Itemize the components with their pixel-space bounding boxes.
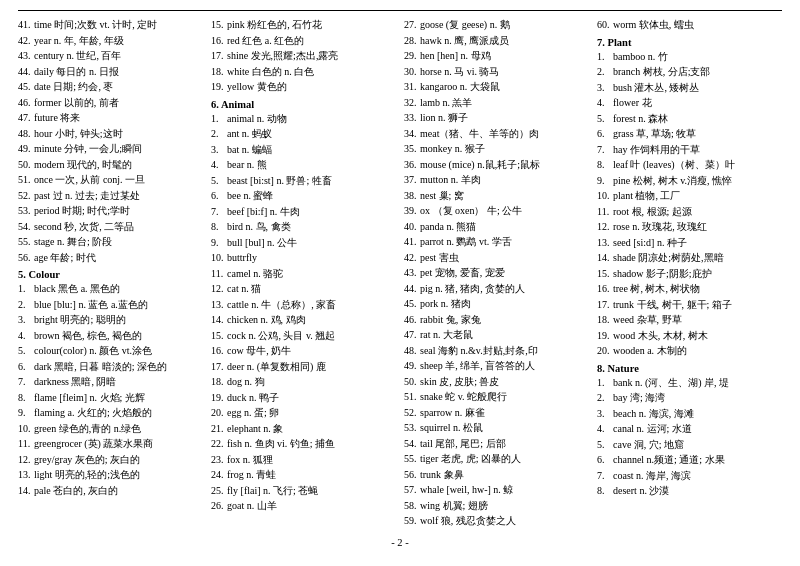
- entry-text: lion n. 狮子: [420, 110, 589, 126]
- list-item: 52.sparrow n. 麻雀: [404, 405, 589, 421]
- entry-num: 2.: [597, 390, 613, 406]
- entry-text: bright 明亮的; 聪明的: [34, 312, 203, 328]
- entry-text: brown 褐色, 棕色, 褐色的: [34, 328, 203, 344]
- entry-num: 44.: [18, 64, 34, 80]
- entry-num: 57.: [404, 482, 420, 498]
- entry-num: 2.: [597, 64, 613, 80]
- list-item: 3.bright 明亮的; 聪明的: [18, 312, 203, 328]
- entry-num: 54.: [18, 219, 34, 235]
- list-item: 19.duck n. 鸭子: [211, 390, 396, 406]
- entry-num: 34.: [404, 126, 420, 142]
- entry-text: canal n. 运河; 水道: [613, 421, 782, 437]
- entry-num: 4.: [597, 421, 613, 437]
- section-title: 7. Plant: [597, 37, 782, 48]
- entry-text: dark 黑暗, 日暮 暗淡的; 深色的: [34, 359, 203, 375]
- entry-num: 19.: [211, 390, 227, 406]
- entry-num: 49.: [18, 141, 34, 157]
- list-item: 45.pork n. 猪肉: [404, 296, 589, 312]
- entry-text: tree 树, 树木, 树状物: [613, 281, 782, 297]
- entry-num: 9.: [597, 173, 613, 189]
- entry-num: 55.: [18, 234, 34, 250]
- entry-text: shade 阴凉处;树荫处,黑暗: [613, 250, 782, 266]
- list-item: 53.squirrel n. 松鼠: [404, 420, 589, 436]
- entry-text: cattle n. 牛（总称）, 家畜: [227, 297, 396, 313]
- entry-num: 48.: [18, 126, 34, 142]
- entry-text: pork n. 猪肉: [420, 296, 589, 312]
- list-item: 26.goat n. 山羊: [211, 498, 396, 514]
- entry-text: panda n. 熊猫: [420, 219, 589, 235]
- entry-num: 1.: [597, 49, 613, 65]
- entry-num: 11.: [18, 436, 34, 452]
- entry-num: 3.: [597, 80, 613, 96]
- entry-text: greengrocer (英) 蔬菜水果商: [34, 436, 203, 452]
- list-item: 8.bird n. 鸟, 禽类: [211, 219, 396, 235]
- entry-text: bat n. 蝙蝠: [227, 142, 396, 158]
- list-item: 18.dog n. 狗: [211, 374, 396, 390]
- entry-text: beach n. 海滨, 海滩: [613, 406, 782, 422]
- list-item: 18.white 白色的 n. 白色: [211, 64, 396, 80]
- list-item: 51.once 一次, 从前 conj. 一旦: [18, 172, 203, 188]
- entry-text: cat n. 猫: [227, 281, 396, 297]
- entry-text: seal 海豹 n.&v.封贴,封条,印: [420, 343, 589, 359]
- entry-text: wooden a. 木制的: [613, 343, 782, 359]
- entry-text: hay 作饲料用的干草: [613, 142, 782, 158]
- entry-text: yellow 黄色的: [227, 79, 396, 95]
- list-item: 39.ox （复 oxen） 牛; 公牛: [404, 203, 589, 219]
- list-item: 12.grey/gray 灰色的; 灰白的: [18, 452, 203, 468]
- list-item: 11.root 根, 根源; 起源: [597, 204, 782, 220]
- entry-num: 41.: [404, 234, 420, 250]
- entry-num: 13.: [597, 235, 613, 251]
- entry-text: channel n.频道; 通道; 水果: [613, 452, 782, 468]
- list-item: 9.flaming a. 火红的; 火焰般的: [18, 405, 203, 421]
- entry-num: 6.: [597, 452, 613, 468]
- entry-text: minute 分钟, 一会儿;瞬间: [34, 141, 203, 157]
- entry-num: 5.: [597, 111, 613, 127]
- entry-text: once 一次, 从前 conj. 一旦: [34, 172, 203, 188]
- entry-num: 6.: [211, 188, 227, 204]
- entry-num: 3.: [597, 406, 613, 422]
- entry-text: deer n. (单复数相同) 鹿: [227, 359, 396, 375]
- entry-text: shine 发光,照耀;杰出,露亮: [227, 48, 396, 64]
- entry-text: snake 蛇 v. 蛇般爬行: [420, 389, 589, 405]
- entry-num: 20.: [597, 343, 613, 359]
- entry-text: rat n. 大老鼠: [420, 327, 589, 343]
- list-item: 1.animal n. 动物: [211, 111, 396, 127]
- entry-text: past 过 n. 过去; 走过某处: [34, 188, 203, 204]
- entry-text: colour(color) n. 颜色 vt.涂色: [34, 343, 203, 359]
- entry-num: 21.: [211, 421, 227, 437]
- entry-text: hour 小时, 钟头;这时: [34, 126, 203, 142]
- list-item: 20.wooden a. 木制的: [597, 343, 782, 359]
- entry-num: 7.: [18, 374, 34, 390]
- list-item: 40.panda n. 熊猫: [404, 219, 589, 235]
- entry-num: 2.: [18, 297, 34, 313]
- entry-text: grey/gray 灰色的; 灰白的: [34, 452, 203, 468]
- entry-text: time 时间;次数 vt. 计时, 定时: [34, 17, 203, 33]
- list-item: 20.egg n. 蛋; 卵: [211, 405, 396, 421]
- entry-text: meat（猪、牛、羊等的）肉: [420, 126, 589, 142]
- list-item: 14.shade 阴凉处;树荫处,黑暗: [597, 250, 782, 266]
- entry-num: 42.: [404, 250, 420, 266]
- entry-text: buttrfly: [227, 250, 396, 266]
- entry-text: wood 木头, 木材, 树木: [613, 328, 782, 344]
- list-item: 57.whale [weil, hw-] n. 鲸: [404, 482, 589, 498]
- list-item: 11.greengrocer (英) 蔬菜水果商: [18, 436, 203, 452]
- list-item: 6.grass 草, 草场; 牧草: [597, 126, 782, 142]
- entry-num: 24.: [211, 467, 227, 483]
- entry-num: 32.: [404, 95, 420, 111]
- list-item: 44.pig n. 猪, 猪肉, 贪婪的人: [404, 281, 589, 297]
- entry-num: 12.: [211, 281, 227, 297]
- list-item: 10.plant 植物, 工厂: [597, 188, 782, 204]
- entry-num: 50.: [18, 157, 34, 173]
- list-item: 22.fish n. 鱼肉 vi. 钓鱼; 捕鱼: [211, 436, 396, 452]
- list-item: 31.kangaroo n. 大袋鼠: [404, 79, 589, 95]
- entry-num: 9.: [211, 235, 227, 251]
- entry-text: elephant n. 象: [227, 421, 396, 437]
- list-item: 56.trunk 象鼻: [404, 467, 589, 483]
- list-item: 28.hawk n. 鹰, 鹰派成员: [404, 33, 589, 49]
- entry-text: trunk 干线, 树干, 躯干; 箱子: [613, 297, 782, 313]
- entry-num: 16.: [211, 33, 227, 49]
- list-item: 23.fox n. 狐狸: [211, 452, 396, 468]
- entry-text: weed 杂草, 野草: [613, 312, 782, 328]
- entry-text: sparrow n. 麻雀: [420, 405, 589, 421]
- entry-num: 3.: [211, 142, 227, 158]
